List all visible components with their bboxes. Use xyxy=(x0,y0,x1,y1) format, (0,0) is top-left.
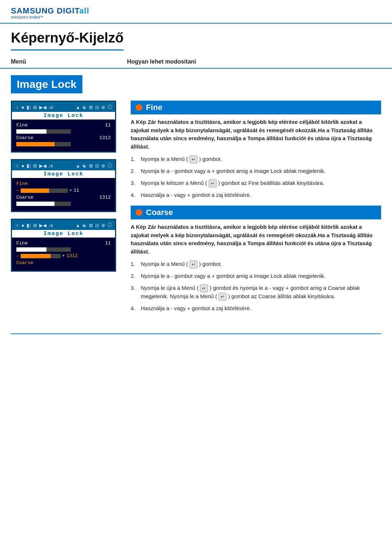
monitor-fine-label-2: Fine xyxy=(16,181,28,186)
icon-circle: ● xyxy=(21,105,24,110)
icon-plus-circle: ⊕ xyxy=(101,105,105,110)
coarse-step-1: 1. Nyomja le a Menű ( ↵ ) gombot. xyxy=(131,260,381,268)
monitor-box-1: ☆ ● ◧ ⊞ ▶◀ ♪k ▲ ☯ ⊠ ⊟ ⊕ ⓘ Image Lock xyxy=(11,101,116,153)
monitor-coarse-bar-fill-2 xyxy=(16,202,54,206)
monitor-coarse-bar-row-2 xyxy=(16,202,111,206)
image-lock-heading: Image Lock xyxy=(11,75,82,93)
enter-key-fine-3: ↵ xyxy=(209,179,217,187)
fine-section-title-bar: Fine xyxy=(131,101,381,114)
icon-info-2: ⓘ xyxy=(107,162,112,169)
column-headers: Menű Hogyan lehet modositani xyxy=(0,54,392,69)
monitor-coarse-bar-3 xyxy=(21,254,61,258)
monitor-coarse-label-2: Coarse xyxy=(16,195,33,200)
icon-plus-circle-2: ⊕ xyxy=(101,163,105,169)
monitor-coarse-num-2: 1312 xyxy=(99,195,111,200)
monitor-coarse-label-3: Coarse xyxy=(16,260,33,266)
monitor-coarse-row-1: Coarse 1312 xyxy=(16,135,111,141)
icon-rect: ⊟ xyxy=(95,105,99,110)
icon-triangle: ▲ xyxy=(75,105,80,110)
monitor-icons-1: ☆ ● ◧ ⊞ ▶◀ ♪k ▲ ☯ ⊠ ⊟ ⊕ ⓘ xyxy=(12,102,115,112)
icon-arrows-2: ▶◀ xyxy=(39,163,46,169)
monitor-title-1: Image Lock xyxy=(12,112,115,119)
icon-image-2: ◧ xyxy=(26,163,31,169)
monitor-fine-bar-1 xyxy=(16,129,71,134)
two-col-layout: ☆ ● ◧ ⊞ ▶◀ ♪k ▲ ☯ ⊠ ⊟ ⊕ ⓘ Image Lock xyxy=(11,101,381,319)
icon-circle-2: ● xyxy=(21,163,24,169)
logo-text: SAMSUNG DIGITall xyxy=(11,7,381,15)
icon-note: ♪k xyxy=(49,105,53,110)
icon-yin: ☯ xyxy=(82,105,87,110)
icon-plus-circle-3: ⊕ xyxy=(101,223,105,228)
monitor-coarse-bar-row-3: - + 1312 xyxy=(16,253,111,259)
fine-description: A Kép Zár használatos a tisztitásra, ami… xyxy=(131,118,381,151)
icon-arrows-3: ▶◀ xyxy=(39,223,46,228)
icon-arrows: ▶◀ xyxy=(39,105,46,110)
monitor-coarse-row-2: Coarse 1312 xyxy=(16,195,111,200)
monitor-fine-bar-fill-3 xyxy=(16,247,46,252)
monitor-fine-label-3: Fine xyxy=(16,240,28,246)
monitor-body-2: Fine - + 11 Coarse 1312 xyxy=(12,178,115,211)
icon-image: ◧ xyxy=(26,105,31,110)
coarse-step-3: 3. Nyomja le újra a Menű ( ↵ ) gombot és… xyxy=(131,284,381,301)
fine-step-3: 3. Nyomja le kétszer a Menű ( ↵ ) gombot… xyxy=(131,179,381,187)
icon-info-3: ⓘ xyxy=(107,222,112,228)
logo-sub: everyone's invited™ xyxy=(11,15,381,19)
header: SAMSUNG DIGITall everyone's invited™ xyxy=(0,0,392,24)
monitor-coarse-bar-1 xyxy=(16,142,71,146)
monitor-fine-row-1: Fine 11 xyxy=(16,122,111,128)
coarse-step-4: 4. Használja a - vagy + gombot a zaj kit… xyxy=(131,304,381,313)
monitor-fine-num-2: 11 xyxy=(74,188,79,193)
icon-box: ⊠ xyxy=(89,105,93,110)
monitor-coarse-bar-2 xyxy=(16,202,71,206)
monitor-coarse-row-3: Coarse xyxy=(16,260,111,266)
monitor-coarse-num-1: 1312 xyxy=(99,135,111,141)
fine-section-label: Fine xyxy=(146,103,162,112)
icon-triangle-3: ▲ xyxy=(75,223,80,228)
coarse-section-title-bar: Coarse xyxy=(131,206,381,219)
icon-rect-3: ⊟ xyxy=(95,223,99,228)
monitor-title-2: Image Lock xyxy=(12,170,115,178)
monitor-fine-num-1: 11 xyxy=(105,122,111,128)
icon-yin-3: ☯ xyxy=(82,223,87,228)
fine-step-2: 2. Nyomja le a - gombot vagy a + gombot … xyxy=(131,167,381,175)
fine-steps-list: 1. Nyomja le a Menű ( ↵ ) gombot. 2. Nyo… xyxy=(131,155,381,199)
icon-circle-3: ● xyxy=(21,223,24,228)
col-menu-header: Menű xyxy=(11,58,127,65)
monitor-coarse-num-3: 1312 xyxy=(66,253,78,259)
monitor-coarse-bar-fill-1 xyxy=(16,142,54,146)
monitor-box-3: ☆ ● ◧ ⊞ ▶◀ ♪k ▲ ☯ ⊠ ⊟ ⊕ ⓘ Image Lock xyxy=(11,219,116,272)
icon-sun-3: ☆ xyxy=(15,223,19,228)
fine-step-1: 1. Nyomja le a Menű ( ↵ ) gombot. xyxy=(131,155,381,163)
icon-box-2: ⊠ xyxy=(89,163,93,169)
footer-line xyxy=(11,333,381,334)
icon-sun-2: ☆ xyxy=(15,163,19,169)
icon-image-3: ◧ xyxy=(26,223,31,228)
coarse-step-2: 2. Nyomja le a - gombot vagy a + gombot … xyxy=(131,272,381,280)
monitor-fine-bar-3 xyxy=(16,247,71,252)
monitor-coarse-label-1: Coarse xyxy=(16,135,33,141)
monitor-minus-2: - xyxy=(16,188,19,193)
monitor-fine-bar-2 xyxy=(21,189,68,193)
monitor-fine-row-2: Fine xyxy=(16,181,111,186)
monitor-fine-num-3: 11 xyxy=(105,240,111,246)
icon-note-2: ♪k xyxy=(49,163,53,169)
page-title: Képernyő-Kijelző xyxy=(11,30,123,50)
enter-key-fine-1: ↵ xyxy=(189,155,197,163)
icon-note-3: ♪k xyxy=(49,223,53,228)
icon-grid: ⊞ xyxy=(33,105,37,110)
monitor-minus-3: - xyxy=(16,253,19,259)
monitor-coarse-bar-fill-3 xyxy=(21,254,51,258)
monitor-box-2: ☆ ● ◧ ⊞ ▶◀ ♪k ▲ ☯ ⊠ ⊟ ⊕ ⓘ Image Lock xyxy=(11,159,116,212)
monitor-fine-row-3: Fine 11 xyxy=(16,240,111,246)
coarse-dot xyxy=(136,209,142,216)
coarse-section-label: Coarse xyxy=(146,208,173,217)
coarse-steps-list: 1. Nyomja le a Menű ( ↵ ) gombot. 2. Nyo… xyxy=(131,260,381,312)
monitor-fine-bar-row-3 xyxy=(16,247,111,252)
icon-box-3: ⊠ xyxy=(89,223,93,228)
fine-step-4: 4. Használja a - vagy + gombot a zaj kit… xyxy=(131,191,381,199)
icon-yin-2: ☯ xyxy=(82,163,87,169)
icon-info: ⓘ xyxy=(107,104,112,110)
logo-samsung: SAMSUNG DIGITall xyxy=(11,6,89,15)
monitor-fine-bar-row-1 xyxy=(16,129,111,134)
monitor-icons-2: ☆ ● ◧ ⊞ ▶◀ ♪k ▲ ☯ ⊠ ⊟ ⊕ ⓘ xyxy=(12,160,115,170)
